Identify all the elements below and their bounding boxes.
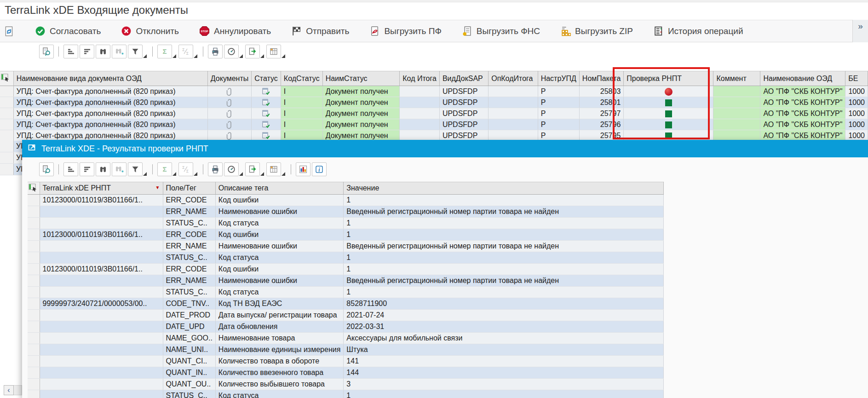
attachments-paperclip-icon[interactable]: [207, 97, 251, 108]
table-row-partial[interactable]: УПД: Счет-фактура дополненный (820 прика…: [0, 152, 22, 164]
table-row[interactable]: DATE_PRODДата выпуска/ регистрации товар…: [28, 310, 664, 321]
info-icon[interactable]: i: [312, 162, 327, 176]
views-icon[interactable]: [224, 162, 239, 176]
column-header-nastr-upd[interactable]: НастрУПД: [538, 71, 579, 86]
refresh-button[interactable]: [4, 26, 15, 37]
row-select-cell[interactable]: [28, 229, 40, 241]
attachments-paperclip-icon[interactable]: [207, 108, 251, 119]
table-row[interactable]: УПД: Счет-фактура дополненный (820 прика…: [0, 108, 868, 119]
table-row[interactable]: STATUS_C..Код статуса1: [28, 218, 664, 229]
column-header-naim-status[interactable]: НаимСтатус: [322, 71, 400, 86]
row-select-cell[interactable]: [28, 206, 40, 218]
table-row[interactable]: QUANT_OU..Количество выбывшего товара3: [28, 379, 664, 390]
dialog-titlebar[interactable]: TerraLink XDE - Результаты проверки РНПТ: [22, 140, 868, 157]
column-header-field-tag[interactable]: Поле/Тег: [163, 182, 215, 195]
table-row[interactable]: NAME_UNI..Наименование единицы измерения…: [28, 344, 664, 356]
print-icon[interactable]: [208, 162, 223, 176]
table-row[interactable]: QUANT_CI..Количество товара в обороте141: [28, 356, 664, 367]
row-select-cell[interactable]: [28, 252, 40, 264]
column-header-naim-oed[interactable]: Наименование ОЭД: [760, 71, 845, 86]
table-row[interactable]: ERR_NAMEНаименование ошибкиВведенный рег…: [28, 275, 664, 287]
row-select-cell[interactable]: [0, 86, 13, 97]
find-icon[interactable]: [96, 162, 110, 176]
annul-button[interactable]: STOP Аннулировать: [199, 26, 271, 36]
table-row[interactable]: 10123000/011019/3В01166/1..ERR_CODEКод о…: [28, 195, 664, 206]
table-row[interactable]: 99999973/240721/0000053/00..CODE_TNV..Ко…: [28, 298, 664, 310]
print-icon[interactable]: [208, 45, 223, 58]
attachments-paperclip-icon[interactable]: [207, 130, 251, 141]
sort-ascending-icon[interactable]: [63, 45, 78, 58]
chart-icon[interactable]: [296, 162, 310, 176]
table-row[interactable]: ERR_NAMEНаименование ошибкиВведенный рег…: [28, 206, 664, 218]
export-fns-button[interactable]: Выгрузить ФНС: [462, 26, 540, 36]
sum-icon[interactable]: Σ: [157, 45, 172, 58]
column-header-rnpt-key[interactable]: ▼TerraLink xDE РНПТ: [40, 182, 163, 195]
table-row[interactable]: УПД: Счет-фактура дополненный (820 прика…: [0, 86, 868, 97]
column-header-tag-description[interactable]: Описание тега: [215, 182, 343, 195]
reject-button[interactable]: Отклонить: [121, 26, 179, 36]
filter-icon[interactable]: [128, 45, 143, 58]
column-header-documents[interactable]: Документы: [207, 71, 251, 86]
row-select-cell[interactable]: [28, 275, 40, 287]
table-row[interactable]: NAME_GOO..Наименование товараАксессуары …: [28, 333, 664, 344]
table-row[interactable]: УПД: Счет-фактура дополненный (820 прика…: [0, 119, 868, 130]
table-row[interactable]: ERR_NAMEНаименование ошибкиВведенный рег…: [28, 241, 664, 252]
row-select-cell[interactable]: [28, 264, 40, 275]
find-icon[interactable]: [96, 45, 110, 58]
table-row[interactable]: QUANT_IN..Количество ввезенного товара14…: [28, 367, 664, 379]
status-document-check-icon[interactable]: [252, 86, 281, 97]
export-pf-button[interactable]: Выгрузить ПФ: [369, 26, 441, 36]
row-select-cell[interactable]: [0, 108, 13, 119]
detail-icon[interactable]: [39, 162, 54, 176]
send-button[interactable]: Отправить: [291, 26, 349, 36]
column-header-kod-itoga[interactable]: Код Итога: [400, 71, 440, 86]
choose-layout-icon[interactable]: [266, 162, 281, 176]
approve-button[interactable]: Согласовать: [35, 26, 101, 36]
row-select-cell[interactable]: [0, 130, 13, 141]
table-row[interactable]: STATUS_C..Код статуса1: [28, 252, 664, 264]
status-document-check-icon[interactable]: [252, 130, 281, 141]
export-icon[interactable]: [245, 45, 260, 58]
row-select-cell[interactable]: [28, 379, 40, 390]
table-row-partial[interactable]: STATUS_C..Код статуса1: [28, 390, 664, 398]
row-select-cell[interactable]: [0, 164, 14, 175]
select-all-icon[interactable]: [28, 182, 40, 195]
subtotals-icon[interactable]: ΣΣ: [178, 162, 193, 176]
export-zip-button[interactable]: Выгрузить ZIP: [560, 26, 633, 36]
sort-descending-icon[interactable]: [80, 162, 94, 176]
table-row[interactable]: STATUS_C..Код статуса1: [28, 287, 664, 298]
select-all-icon[interactable]: [0, 71, 13, 86]
views-icon[interactable]: [224, 45, 239, 58]
row-select-cell[interactable]: [0, 141, 14, 152]
table-row[interactable]: 10123000/011019/3В01166/1..ERR_CODEКод о…: [28, 264, 664, 275]
choose-layout-icon[interactable]: [266, 45, 281, 58]
sort-ascending-icon[interactable]: [63, 162, 78, 176]
row-select-cell[interactable]: [28, 321, 40, 333]
status-document-check-icon[interactable]: [252, 108, 281, 119]
row-select-cell[interactable]: [0, 119, 13, 130]
table-row-partial[interactable]: УПД: Счет-фактура дополненный (820 прика…: [0, 164, 22, 175]
column-header-value[interactable]: Значение: [344, 182, 664, 195]
column-header-be[interactable]: БЕ: [845, 71, 868, 86]
sum-icon[interactable]: Σ: [157, 162, 172, 176]
export-icon[interactable]: [245, 162, 260, 176]
attachments-paperclip-icon[interactable]: [207, 119, 251, 130]
find-next-icon[interactable]: [112, 45, 126, 58]
column-header-status[interactable]: Статус: [252, 71, 281, 86]
table-row[interactable]: 10123000/011019/3В01166/1..ERR_CODEКод о…: [28, 229, 664, 241]
detail-icon[interactable]: [39, 45, 54, 58]
row-select-cell[interactable]: [28, 367, 40, 379]
column-header-vid-dok-sap[interactable]: ВидДокSAP: [439, 71, 488, 86]
row-select-cell[interactable]: [28, 287, 40, 298]
column-header-kod-status[interactable]: КодСтатус: [281, 71, 322, 86]
toolbar-overflow-chevron[interactable]: »: [852, 20, 868, 42]
row-select-cell[interactable]: [28, 241, 40, 252]
table-row-partial[interactable]: УПД: Счет-фактура дополненный (820 прика…: [0, 141, 22, 152]
horizontal-scroll-left-button[interactable]: ‹: [4, 385, 14, 395]
row-select-cell[interactable]: [28, 390, 40, 398]
row-select-cell[interactable]: [28, 333, 40, 344]
row-select-cell[interactable]: [28, 195, 40, 206]
row-select-cell[interactable]: [28, 344, 40, 356]
history-button[interactable]: История операций: [653, 26, 743, 36]
filter-icon[interactable]: [128, 162, 143, 176]
